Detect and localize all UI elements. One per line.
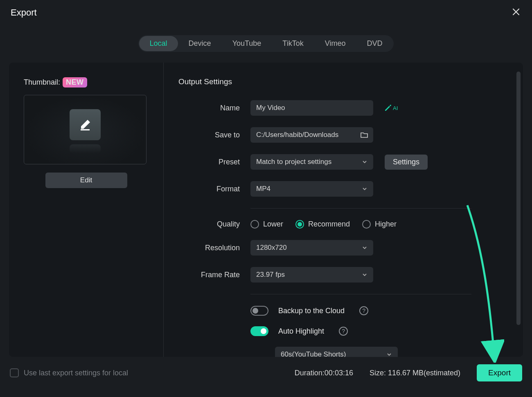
preset-settings-button[interactable]: Settings	[385, 155, 428, 170]
backup-cloud-label: Backup to the Cloud	[278, 307, 345, 315]
quality-recommend-radio[interactable]: Recommend	[295, 220, 350, 229]
tab-device[interactable]: Device	[178, 36, 222, 51]
auto-highlight-label: Auto Highlight	[278, 327, 324, 336]
radio-icon	[295, 220, 304, 229]
close-button[interactable]	[511, 7, 521, 19]
tab-vimeo[interactable]: Vimeo	[314, 36, 356, 51]
backup-cloud-toggle[interactable]	[250, 306, 268, 316]
resolution-select[interactable]: 1280x720	[250, 240, 373, 256]
tab-dvd[interactable]: DVD	[356, 36, 393, 51]
export-button[interactable]: Export	[477, 364, 522, 381]
divider	[250, 208, 471, 209]
folder-icon	[360, 131, 368, 139]
svg-rect-0	[81, 129, 90, 130]
highlight-preset-select[interactable]: 60s(YouTube Shorts)	[275, 347, 398, 357]
output-settings-title: Output Settings	[178, 77, 501, 86]
quality-label: Quality	[178, 220, 240, 229]
duration-info: Duration:00:03:16	[295, 369, 353, 377]
thumbnail-label: Thumbnail:	[24, 78, 60, 87]
name-label: Name	[178, 104, 240, 112]
radio-icon	[362, 220, 371, 229]
chevron-down-icon	[362, 272, 367, 278]
framerate-label: Frame Rate	[178, 271, 240, 279]
edit-thumbnail-button[interactable]: Edit	[45, 173, 127, 188]
pen-icon	[384, 104, 392, 112]
use-last-settings-checkbox[interactable]	[10, 368, 19, 377]
new-badge: NEW	[63, 77, 87, 87]
chevron-down-icon	[386, 352, 392, 357]
export-tabs: Local Device YouTube TikTok Vimeo DVD	[138, 35, 394, 52]
saveto-label: Save to	[178, 131, 240, 139]
format-label: Format	[178, 185, 240, 193]
scrollbar[interactable]	[516, 72, 521, 325]
close-icon	[512, 8, 520, 16]
thumbnail-reflection	[70, 144, 101, 153]
saveto-field[interactable]: C:/Users/habib/Downloads	[250, 127, 373, 143]
size-info: Size: 116.67 MB(estimated)	[370, 369, 460, 377]
framerate-select[interactable]: 23.97 fps	[250, 267, 373, 283]
chevron-down-icon	[362, 186, 367, 192]
thumbnail-preview[interactable]	[24, 95, 147, 164]
quality-higher-radio[interactable]: Higher	[362, 220, 397, 229]
resolution-label: Resolution	[178, 244, 240, 252]
help-icon[interactable]: ?	[339, 327, 348, 336]
chevron-down-icon	[362, 159, 367, 165]
chevron-down-icon	[362, 245, 367, 251]
tab-youtube[interactable]: YouTube	[222, 36, 272, 51]
tab-local[interactable]: Local	[139, 36, 178, 51]
use-last-settings-label: Use last export settings for local	[24, 369, 128, 377]
name-input[interactable]	[250, 100, 373, 116]
thumbnail-placeholder-icon	[70, 109, 101, 140]
format-select[interactable]: MP4	[250, 181, 373, 197]
preset-label: Preset	[178, 158, 240, 166]
radio-icon	[250, 220, 259, 229]
preset-select[interactable]: Match to project settings	[250, 154, 373, 170]
window-title: Export	[11, 7, 37, 18]
tab-tiktok[interactable]: TikTok	[272, 36, 314, 51]
auto-highlight-toggle[interactable]	[250, 326, 268, 336]
help-icon[interactable]: ?	[359, 306, 368, 315]
divider	[250, 294, 471, 294]
ai-name-button[interactable]: AI	[384, 104, 398, 112]
edit-pencil-icon	[77, 117, 93, 133]
quality-lower-radio[interactable]: Lower	[250, 220, 283, 229]
